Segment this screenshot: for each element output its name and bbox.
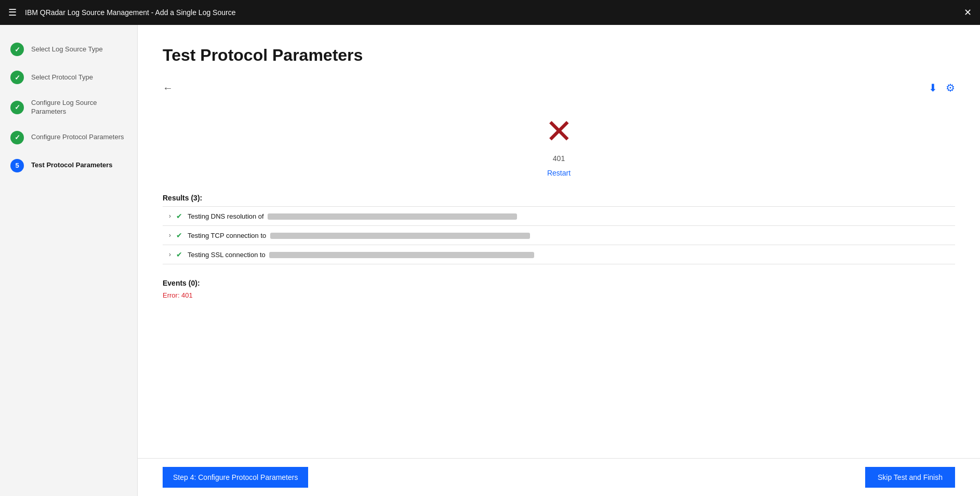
- error-message: Error: 401: [163, 291, 955, 299]
- close-icon[interactable]: ✕: [964, 7, 972, 18]
- check-icon-3: ✔: [176, 250, 182, 259]
- step-3-icon: ✓: [10, 101, 24, 114]
- sidebar-item-test-protocol-parameters[interactable]: 5 Test Protocol Parameters: [0, 152, 137, 180]
- check-icon-1: ✔: [176, 212, 182, 220]
- content-area: Test Protocol Parameters ← ⬇ ⚙ ✕: [138, 25, 980, 458]
- top-navigation: ☰ IBM QRadar Log Source Management - Add…: [0, 0, 980, 25]
- restart-link[interactable]: Restart: [547, 169, 571, 177]
- sidebar-item-select-protocol-type[interactable]: ✓ Select Protocol Type: [0, 63, 137, 91]
- results-heading: Results (3):: [163, 194, 955, 202]
- page-title: Test Protocol Parameters: [163, 46, 955, 65]
- settings-icon: ⚙: [946, 82, 955, 93]
- download-icon: ⬇: [929, 82, 937, 93]
- step-5-icon: 5: [10, 159, 24, 172]
- toolbar-row: ← ⬇ ⚙: [163, 82, 955, 94]
- step-4-label: Configure Protocol Parameters: [31, 133, 124, 142]
- check-icon-2: ✔: [176, 231, 182, 239]
- result-text-3: Testing SSL connection to: [188, 251, 534, 259]
- main-layout: ✓ Select Log Source Type ✓ Select Protoc…: [0, 25, 980, 496]
- app-title: IBM QRadar Log Source Management - Add a…: [25, 8, 235, 17]
- sidebar: ✓ Select Log Source Type ✓ Select Protoc…: [0, 25, 138, 496]
- step-2-icon: ✓: [10, 71, 24, 84]
- back-to-step4-button[interactable]: Step 4: Configure Protocol Parameters: [163, 467, 308, 488]
- back-arrow-icon: ←: [163, 82, 173, 94]
- back-arrow-button[interactable]: ←: [163, 82, 173, 94]
- download-button[interactable]: ⬇: [929, 82, 937, 94]
- step-4-icon: ✓: [10, 131, 24, 144]
- result-row-3: › ✔ Testing SSL connection to: [163, 245, 955, 264]
- chevron-right-icon-3[interactable]: ›: [169, 251, 171, 258]
- result-row-1: › ✔ Testing DNS resolution of: [163, 207, 955, 226]
- sidebar-item-configure-log-source-parameters[interactable]: ✓ Configure Log Source Parameters: [0, 91, 137, 124]
- chevron-right-icon-1[interactable]: ›: [169, 212, 171, 220]
- step-1-icon: ✓: [10, 43, 24, 56]
- menu-icon[interactable]: ☰: [8, 7, 17, 18]
- redacted-text-3: [269, 252, 534, 258]
- events-heading: Events (0):: [163, 279, 955, 287]
- redacted-text-2: [270, 233, 530, 239]
- error-x-icon: ✕: [545, 115, 573, 148]
- skip-test-finish-button[interactable]: Skip Test and Finish: [865, 467, 955, 488]
- step-5-label: Test Protocol Parameters: [31, 161, 113, 170]
- result-row-2: › ✔ Testing TCP connection to: [163, 226, 955, 245]
- footer: Step 4: Configure Protocol Parameters Sk…: [138, 458, 980, 496]
- results-section: Results (3): › ✔ Testing DNS resolution …: [163, 194, 955, 264]
- settings-button[interactable]: ⚙: [946, 82, 955, 94]
- main-content: Test Protocol Parameters ← ⬇ ⚙ ✕: [138, 25, 980, 496]
- result-text-1: Testing DNS resolution of: [188, 212, 517, 220]
- step-2-label: Select Protocol Type: [31, 73, 93, 82]
- toolbar-actions: ⬇ ⚙: [929, 82, 955, 94]
- sidebar-item-select-log-source-type[interactable]: ✓ Select Log Source Type: [0, 35, 137, 63]
- step-1-label: Select Log Source Type: [31, 45, 103, 54]
- sidebar-item-configure-protocol-parameters[interactable]: ✓ Configure Protocol Parameters: [0, 124, 137, 152]
- redacted-text-1: [268, 213, 517, 220]
- chevron-right-icon-2[interactable]: ›: [169, 232, 171, 239]
- step-3-label: Configure Log Source Parameters: [31, 99, 127, 116]
- status-section: ✕ 401 Restart: [163, 115, 955, 177]
- error-code: 401: [553, 154, 565, 163]
- events-section: Events (0): Error: 401: [163, 279, 955, 299]
- result-text-2: Testing TCP connection to: [188, 232, 530, 239]
